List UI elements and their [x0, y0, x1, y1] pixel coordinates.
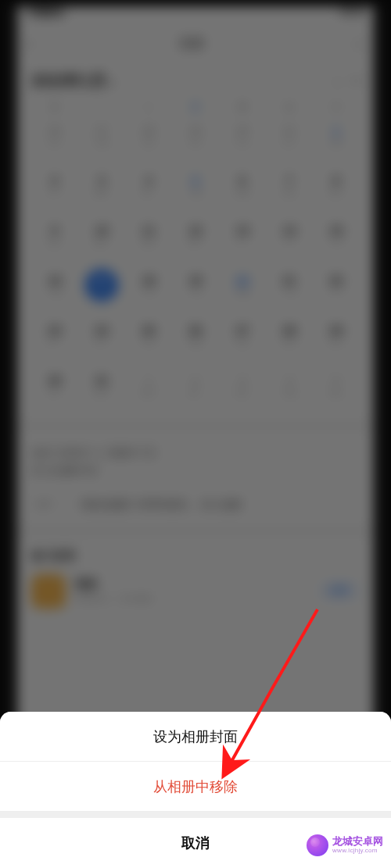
- watermark-text-cn: 龙城安卓网: [332, 836, 383, 847]
- watermark-text-en: www.lcjhjy.com: [332, 848, 383, 855]
- remove-from-album-button[interactable]: 从相册中移除: [0, 762, 391, 812]
- watermark-logo-icon: [307, 834, 328, 856]
- modal-overlay[interactable]: [0, 0, 391, 713]
- set-album-cover-button[interactable]: 设为相册封面: [0, 712, 391, 762]
- watermark: 龙城安卓网 www.lcjhjy.com: [307, 834, 383, 856]
